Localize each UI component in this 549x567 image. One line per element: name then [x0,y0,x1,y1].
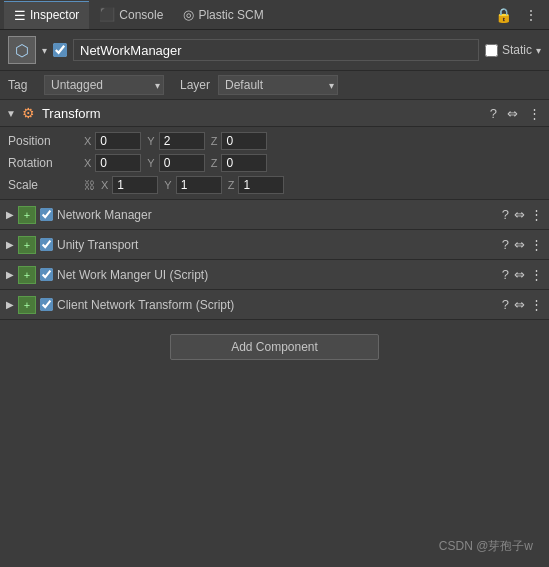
static-checkbox[interactable] [485,44,498,57]
tab-console[interactable]: ⬛ Console [89,1,173,29]
transform-title: Transform [42,106,484,121]
comp-icon-client-network-transform: + [18,296,36,314]
tab-bar: ☰ Inspector ⬛ Console ◎ Plastic SCM 🔒 ⋮ [0,0,549,30]
comp-menu-client-network-transform[interactable]: ⋮ [530,297,543,312]
comp-arrow-net-work-manger-ui: ▶ [6,269,14,280]
static-dropdown-arrow[interactable]: ▾ [536,45,541,56]
comp-arrow-client-network-transform: ▶ [6,299,14,310]
scale-y-input[interactable] [176,176,222,194]
comp-label-unity-transport: Unity Transport [57,238,498,252]
object-dropdown-arrow[interactable]: ▾ [42,45,47,56]
comp-adjust-network-manager[interactable]: ⇔ [514,207,525,222]
component-row-client-network-transform[interactable]: ▶ + Client Network Transform (Script) ? … [0,290,549,320]
comp-label-client-network-transform: Client Network Transform (Script) [57,298,498,312]
rotation-x-axis: X [84,157,91,169]
tab-inspector[interactable]: ☰ Inspector [4,1,89,29]
layer-label: Layer [180,78,210,92]
comp-icon-network-manager: + [18,206,36,224]
rotation-y-axis: Y [147,157,154,169]
comp-controls-client-network-transform: ? ⇔ ⋮ [502,297,543,312]
console-icon: ⬛ [99,7,115,22]
position-z-item: Z [211,132,268,150]
component-row-net-work-manger-ui[interactable]: ▶ + Net Work Manger UI (Script) ? ⇔ ⋮ [0,260,549,290]
tab-controls: 🔒 ⋮ [492,5,545,25]
position-row: Position X Y Z [0,130,549,152]
scale-label: Scale [8,178,80,192]
position-x-axis: X [84,135,91,147]
scale-link-icon: ⛓ [84,179,95,191]
comp-arrow-network-manager: ▶ [6,209,14,220]
tab-plasticscm[interactable]: ◎ Plastic SCM [173,1,273,29]
comp-label-net-work-manger-ui: Net Work Manger UI (Script) [57,268,498,282]
layer-dropdown-wrap: Default [218,75,338,95]
position-xyz: X Y Z [84,132,541,150]
transform-menu-icon[interactable]: ⋮ [526,106,543,121]
comp-help-network-manager[interactable]: ? [502,207,509,222]
object-active-checkbox[interactable] [53,43,67,57]
comp-adjust-unity-transport[interactable]: ⇔ [514,237,525,252]
scale-y-item: Y [164,176,221,194]
position-y-axis: Y [147,135,154,147]
rotation-y-input[interactable] [159,154,205,172]
comp-help-unity-transport[interactable]: ? [502,237,509,252]
comp-label-network-manager: Network Manager [57,208,498,222]
transform-help-icon[interactable]: ? [488,106,499,121]
rotation-x-input[interactable] [95,154,141,172]
scale-z-axis: Z [228,179,235,191]
lock-icon[interactable]: 🔒 [492,5,515,25]
component-row-network-manager[interactable]: ▶ + Network Manager ? ⇔ ⋮ [0,200,549,230]
object-header: ⬡ ▾ Static ▾ [0,30,549,71]
transform-adjust-icon[interactable]: ⇔ [505,106,520,121]
comp-menu-net-work-manger-ui[interactable]: ⋮ [530,267,543,282]
comp-check-client-network-transform[interactable] [40,298,53,311]
scale-x-item: X [101,176,158,194]
rotation-z-item: Z [211,154,268,172]
rotation-row: Rotation X Y Z [0,152,549,174]
comp-menu-network-manager[interactable]: ⋮ [530,207,543,222]
comp-controls-network-manager: ? ⇔ ⋮ [502,207,543,222]
comp-check-net-work-manger-ui[interactable] [40,268,53,281]
rotation-z-input[interactable] [221,154,267,172]
scale-row: Scale ⛓ X Y Z [0,174,549,196]
transform-icon: ⚙ [22,105,35,121]
transform-controls: ? ⇔ ⋮ [488,106,543,121]
comp-check-unity-transport[interactable] [40,238,53,251]
comp-icon-unity-transport: + [18,236,36,254]
component-row-unity-transport[interactable]: ▶ + Unity Transport ? ⇔ ⋮ [0,230,549,260]
position-x-item: X [84,132,141,150]
comp-menu-unity-transport[interactable]: ⋮ [530,237,543,252]
comp-controls-unity-transport: ? ⇔ ⋮ [502,237,543,252]
rotation-x-item: X [84,154,141,172]
scale-x-axis: X [101,179,108,191]
comp-adjust-client-network-transform[interactable]: ⇔ [514,297,525,312]
add-component-button[interactable]: Add Component [170,334,379,360]
comp-help-client-network-transform[interactable]: ? [502,297,509,312]
rotation-z-axis: Z [211,157,218,169]
tab-menu-icon[interactable]: ⋮ [521,5,541,25]
tag-label: Tag [8,78,36,92]
tag-dropdown-wrap: Untagged [44,75,164,95]
transform-body: Position X Y Z Rotation X Y [0,127,549,200]
components-list: ▶ + Network Manager ? ⇔ ⋮ ▶ + Unity Tran… [0,200,549,320]
static-label: Static [502,43,532,57]
comp-help-net-work-manger-ui[interactable]: ? [502,267,509,282]
comp-check-network-manager[interactable] [40,208,53,221]
tag-layer-row: Tag Untagged Layer Default [0,71,549,100]
position-x-input[interactable] [95,132,141,150]
object-name-input[interactable] [73,39,479,61]
position-z-input[interactable] [221,132,267,150]
plasticscm-icon: ◎ [183,7,194,22]
position-y-input[interactable] [159,132,205,150]
inspector-icon: ☰ [14,8,26,23]
transform-section-header[interactable]: ▼ ⚙ Transform ? ⇔ ⋮ [0,100,549,127]
object-icon: ⬡ [8,36,36,64]
watermark: CSDN @芽孢子w [439,538,533,555]
layer-dropdown[interactable]: Default [218,75,338,95]
rotation-label: Rotation [8,156,80,170]
position-y-item: Y [147,132,204,150]
scale-x-input[interactable] [112,176,158,194]
scale-z-input[interactable] [238,176,284,194]
tag-dropdown[interactable]: Untagged [44,75,164,95]
tab-inspector-label: Inspector [30,8,79,22]
comp-adjust-net-work-manger-ui[interactable]: ⇔ [514,267,525,282]
